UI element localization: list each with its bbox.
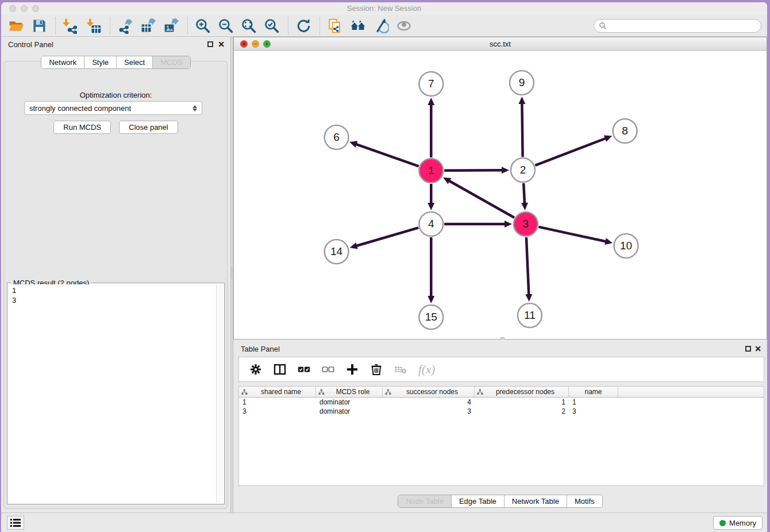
tab-node-table[interactable]: Node Table xyxy=(398,495,452,507)
zoom-selected-icon[interactable] xyxy=(263,17,281,35)
close-panel-icon[interactable]: ✕ xyxy=(218,39,225,49)
tab-network[interactable]: Network xyxy=(41,56,84,68)
network-node-1[interactable]: 1 xyxy=(419,159,443,183)
add-row-icon[interactable] xyxy=(346,363,359,376)
tab-edge-table[interactable]: Edge Table xyxy=(452,495,505,507)
divider-grip[interactable] xyxy=(231,267,233,279)
network-edge-2-3[interactable] xyxy=(523,183,525,204)
home-icon[interactable] xyxy=(349,17,367,35)
network-node-10[interactable]: 10 xyxy=(614,234,638,258)
cell-name[interactable]: 1 xyxy=(569,398,618,407)
export-network-icon[interactable] xyxy=(116,17,134,35)
select-all-icon[interactable] xyxy=(298,363,310,376)
network-node-7[interactable]: 7 xyxy=(419,72,443,96)
search-input[interactable] xyxy=(607,20,761,32)
import-network-icon[interactable] xyxy=(61,17,80,35)
float-panel-icon[interactable] xyxy=(207,41,213,47)
eye-icon[interactable] xyxy=(395,17,413,35)
clone-network-icon[interactable] xyxy=(326,17,344,35)
function-builder-icon[interactable]: f(x) xyxy=(418,363,435,377)
mcds-result-item[interactable]: 1 xyxy=(12,286,215,295)
node-label: 9 xyxy=(519,76,525,88)
open-session-icon[interactable] xyxy=(7,17,25,35)
network-node-8[interactable]: 8 xyxy=(613,119,637,143)
network-node-9[interactable]: 9 xyxy=(510,71,534,95)
cell-successor-nodes[interactable]: 3 xyxy=(383,407,475,416)
zoom-out-icon[interactable] xyxy=(217,17,235,35)
control-panel: Control Panel ✕ NetworkStyleSelectMCDS O… xyxy=(1,37,230,512)
network-node-3[interactable]: 3 xyxy=(514,212,538,236)
tab-style[interactable]: Style xyxy=(84,56,117,68)
cell-predecessor-nodes[interactable]: 1 xyxy=(475,398,569,407)
column-header-MCDS-role[interactable]: MCDS role xyxy=(316,387,383,397)
mcds-result-item[interactable]: 3 xyxy=(12,295,215,305)
memory-button[interactable]: Memory xyxy=(713,516,763,530)
edge-arrowhead xyxy=(521,203,528,210)
network-node-2[interactable]: 2 xyxy=(511,158,535,182)
close-panel-button[interactable]: Close panel xyxy=(119,121,178,134)
network-edge-4-14[interactable] xyxy=(356,228,418,246)
network-node-14[interactable]: 14 xyxy=(325,240,349,264)
network-edge-1-2[interactable] xyxy=(444,170,503,171)
network-node-6[interactable]: 6 xyxy=(325,125,349,149)
zoom-in-icon[interactable] xyxy=(194,17,212,35)
network-graph[interactable]: 7968124314101511 xyxy=(234,51,767,339)
save-session-icon[interactable] xyxy=(30,17,48,35)
network-edge-3-10[interactable] xyxy=(538,227,606,242)
cell-shared-name[interactable]: 1 xyxy=(239,398,316,407)
tab-select[interactable]: Select xyxy=(117,56,153,68)
mcds-result-scrollbar[interactable] xyxy=(216,284,223,503)
network-edge-3-11[interactable] xyxy=(526,237,529,295)
export-image-icon[interactable] xyxy=(162,17,180,35)
edge-arrowhead xyxy=(505,221,512,228)
network-node-11[interactable]: 11 xyxy=(518,303,542,327)
table-row[interactable]: 3dominator323 xyxy=(239,407,764,416)
search-box[interactable] xyxy=(594,19,761,33)
app-window: Session: New Session xyxy=(1,2,767,532)
tab-mcds[interactable]: MCDS xyxy=(153,56,190,68)
toolbar-separator xyxy=(55,17,56,34)
task-history-button[interactable] xyxy=(7,516,24,530)
control-panel-tabs: NetworkStyleSelectMCDS xyxy=(1,56,230,69)
show-hide-graphics-details-icon[interactable] xyxy=(372,17,390,35)
network-edge-3-1[interactable] xyxy=(449,180,514,218)
network-edge-2-9[interactable] xyxy=(522,103,522,157)
table-toolbar: f(x) xyxy=(238,357,764,382)
column-header-predecessor-nodes[interactable]: predecessor nodes xyxy=(475,387,569,397)
cell-predecessor-nodes[interactable]: 2 xyxy=(475,407,569,416)
tab-motifs[interactable]: Motifs xyxy=(567,495,602,507)
cell-MCDS-role[interactable]: dominator xyxy=(316,398,383,407)
zoom-fit-content-icon[interactable] xyxy=(240,17,258,35)
cell-shared-name[interactable]: 3 xyxy=(239,407,316,416)
edge-arrowhead xyxy=(428,98,434,105)
columns-icon[interactable] xyxy=(274,363,286,376)
table-row[interactable]: 1dominator411 xyxy=(239,398,764,407)
deselect-all-icon[interactable] xyxy=(322,363,334,376)
column-header-shared-name[interactable]: shared name xyxy=(239,387,316,397)
close-table-panel-icon[interactable]: ✕ xyxy=(754,344,761,354)
cell-MCDS-role[interactable]: dominator xyxy=(316,407,383,416)
column-type-icon xyxy=(241,389,248,395)
cell-name[interactable]: 3 xyxy=(569,407,618,416)
gear-icon[interactable] xyxy=(249,363,262,376)
delete-column-icon[interactable] xyxy=(394,363,407,376)
network-edge-2-8[interactable] xyxy=(535,138,606,165)
column-header-successor-nodes[interactable]: successor nodes xyxy=(383,387,475,397)
run-mcds-button[interactable]: Run MCDS xyxy=(53,121,111,134)
network-node-4[interactable]: 4 xyxy=(419,212,443,236)
network-edge-1-6[interactable] xyxy=(356,144,419,167)
refresh-icon[interactable] xyxy=(294,17,313,35)
tab-network-table[interactable]: Network Table xyxy=(505,495,567,507)
network-view-titlebar[interactable]: ✕ − + scc.txt xyxy=(234,37,767,51)
delete-row-icon[interactable] xyxy=(370,363,383,376)
list-icon xyxy=(10,518,21,527)
mcds-result-list[interactable]: 13 xyxy=(9,284,215,503)
network-canvas[interactable]: 7968124314101511 xyxy=(234,51,767,339)
export-table-icon[interactable] xyxy=(139,17,157,35)
cell-successor-nodes[interactable]: 4 xyxy=(383,398,475,407)
column-header-name[interactable]: name xyxy=(569,387,618,397)
import-table-icon[interactable] xyxy=(84,17,103,35)
optimization-criterion-dropdown[interactable]: strongly connected component xyxy=(24,101,202,115)
float-table-panel-icon[interactable] xyxy=(745,346,751,352)
network-node-15[interactable]: 15 xyxy=(419,305,443,329)
